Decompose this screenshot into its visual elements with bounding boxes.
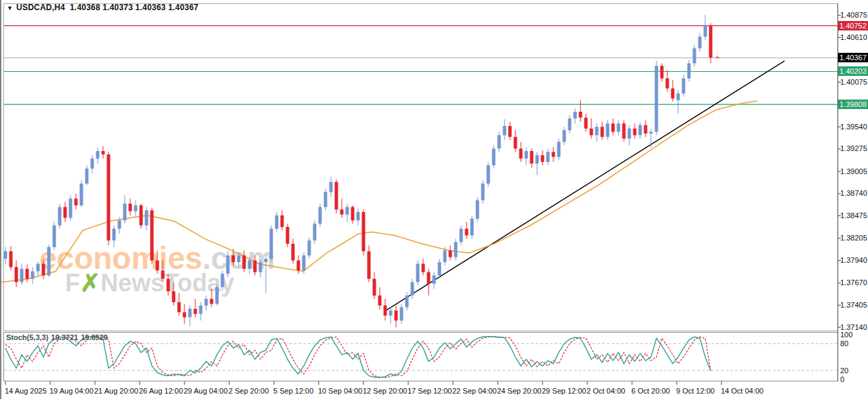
price-badge: 1.40752 xyxy=(838,21,868,30)
price-badge: 1.39808 xyxy=(838,100,868,109)
axis-ticks xyxy=(5,16,841,385)
time-axis-label: 12 Sep 20:00 xyxy=(363,387,407,395)
time-axis-label: 14 Oct 04:00 xyxy=(721,387,764,395)
time-axis-label: 22 Sep 04:00 xyxy=(452,387,496,395)
svg-text:F✗NewsToday: F✗NewsToday xyxy=(65,269,235,297)
ohlc-quote-label: 1.40368 1.40373 1.40363 1.40367 xyxy=(70,3,199,12)
time-axis-label: 5 Sep 12:00 xyxy=(273,387,313,395)
price-tick-label: 1.40610 xyxy=(840,33,867,41)
stoch-scale-label: 0 xyxy=(840,375,844,383)
stoch-k-line xyxy=(5,337,711,378)
price-tick-label: 1.39005 xyxy=(840,167,867,175)
time-axis-label: 21 Aug 20:00 xyxy=(94,387,138,395)
time-axis-label: 29 Sep 12:00 xyxy=(542,387,586,395)
time-axis-label: 10 Sep 04:00 xyxy=(318,387,362,395)
time-axis-label: 17 Sep 12:00 xyxy=(408,387,452,395)
price-tick-label: 1.37140 xyxy=(840,323,867,331)
chart-collapse-icon[interactable]: ▼ xyxy=(7,5,13,12)
chart-canvas[interactable]: economies.com F✗NewsToday xyxy=(1,0,868,399)
price-tick-label: 1.37940 xyxy=(840,256,867,264)
indicator-k-value: 19.3721 xyxy=(51,333,78,341)
price-tick-label: 1.38475 xyxy=(840,211,867,219)
price-badge: 1.40203 xyxy=(838,66,868,76)
price-tick-label: 1.37670 xyxy=(840,278,867,287)
time-axis-label: 19 Aug 04:00 xyxy=(50,387,94,395)
symbol-period-label: USDCAD,H4 xyxy=(16,3,65,12)
stochastic-indicator-label: Stoch(5,3,3)19.372119.8529 xyxy=(6,333,111,341)
pane-frames xyxy=(4,3,838,381)
time-axis-label: 29 Aug 04:00 xyxy=(184,387,228,395)
price-tick-label: 1.40075 xyxy=(840,78,867,86)
trading-chart-window: economies.com F✗NewsToday ▼USDCAD,H4 1.4… xyxy=(0,0,868,399)
price-badge: 1.40367 xyxy=(838,53,868,62)
stoch-scale-label: 20 xyxy=(840,366,848,375)
stoch-scale-label: 80 xyxy=(840,339,848,348)
time-axis-label: 26 Aug 12:00 xyxy=(139,387,183,395)
price-tick-label: 1.40875 xyxy=(840,11,867,19)
last-price-marker xyxy=(715,56,719,58)
indicator-d-value: 19.8529 xyxy=(81,333,108,341)
chart-title: ▼USDCAD,H4 1.40368 1.40373 1.40363 1.403… xyxy=(7,3,199,12)
price-tick-label: 1.38205 xyxy=(840,234,867,242)
time-axis-label: 6 Oct 20:00 xyxy=(631,387,670,395)
price-tick-label: 1.38740 xyxy=(840,189,867,197)
price-tick-label: 1.39275 xyxy=(840,144,867,152)
stoch-scale-label: 100 xyxy=(840,331,852,339)
time-axis-label: 14 Aug 2025 xyxy=(5,387,47,395)
time-axis-label: 2 Sep 20:00 xyxy=(229,387,269,395)
time-axis-label: 9 Oct 12:00 xyxy=(676,387,715,395)
indicator-name: Stoch(5,3,3) xyxy=(6,333,48,341)
time-axis-label: 24 Sep 20:00 xyxy=(497,387,541,395)
price-tick-label: 1.37405 xyxy=(840,301,867,309)
time-axis-label: 2 Oct 04:00 xyxy=(587,387,625,395)
price-tick-label: 1.39540 xyxy=(840,123,867,131)
trendline[interactable] xyxy=(384,61,785,312)
